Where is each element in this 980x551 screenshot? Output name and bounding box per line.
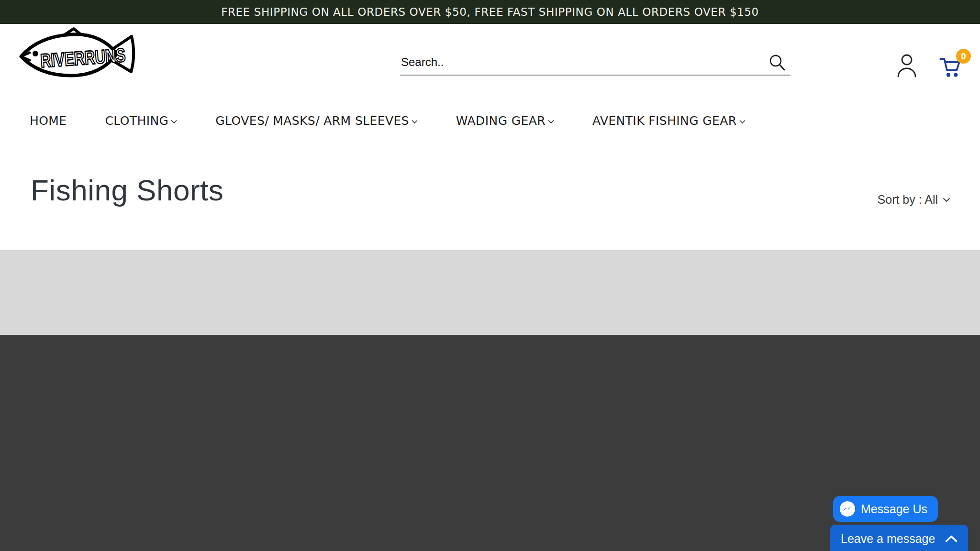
chevron-up-icon	[945, 535, 958, 542]
nav-item-home[interactable]: HOME	[30, 114, 67, 128]
chevron-down-icon	[171, 120, 177, 124]
cart-button[interactable]: 0	[939, 52, 972, 81]
chevron-down-icon	[943, 198, 950, 202]
page-title: Fishing Shorts	[31, 173, 223, 207]
leave-message-label: Leave a message	[841, 532, 935, 546]
main-navigation: HOMECLOTHINGGLOVES/ MASKS/ ARM SLEEVESWA…	[30, 114, 746, 128]
search-icon	[768, 54, 787, 73]
nav-item-clothing[interactable]: CLOTHING	[105, 114, 177, 128]
nav-item-gloves-masks-arm-sleeves[interactable]: GLOVES/ MASKS/ ARM SLEEVES	[215, 114, 418, 128]
nav-item-wading-gear[interactable]: WADING GEAR	[456, 114, 554, 128]
promo-banner: FREE SHIPPING ON ALL ORDERS OVER $50, FR…	[0, 0, 980, 24]
account-button[interactable]	[896, 53, 918, 78]
nav-item-label: WADING GEAR	[456, 114, 546, 128]
riverruns-category-page: FREE SHIPPING ON ALL ORDERS OVER $50, FR…	[0, 0, 980, 551]
promo-banner-text: FREE SHIPPING ON ALL ORDERS OVER $50, FR…	[221, 6, 759, 18]
messenger-icon	[839, 500, 856, 518]
nav-item-label: GLOVES/ MASKS/ ARM SLEEVES	[215, 114, 409, 128]
user-icon	[896, 53, 918, 78]
nav-item-label: HOME	[30, 114, 67, 128]
search-input[interactable]	[400, 53, 791, 76]
search-bar	[400, 53, 791, 80]
messenger-button-label: Message Us	[861, 502, 927, 516]
chevron-down-icon	[548, 120, 554, 124]
messenger-button[interactable]: Message Us	[833, 496, 938, 522]
sort-dropdown[interactable]: Sort by : All	[878, 193, 950, 207]
search-button[interactable]	[768, 54, 788, 74]
riverruns-logo[interactable]: RIVERRUNS	[13, 27, 140, 85]
chevron-down-icon	[739, 120, 746, 124]
chevron-down-icon	[412, 120, 418, 124]
leave-message-widget[interactable]: Leave a message	[830, 525, 968, 551]
nav-item-aventik-fishing-gear[interactable]: AVENTIK FISHING GEAR	[592, 114, 746, 128]
newsletter-section: SUBSCRIBE NEWSLETTER FOR UPDATES SUBSCRI…	[0, 250, 980, 335]
fish-logo-icon: RIVERRUNS	[13, 27, 140, 85]
footer: RIVERRUNSPro StaffPro AnglerKOL ACCELERA…	[0, 335, 980, 551]
cart-count-badge: 0	[956, 49, 971, 64]
sort-label: Sort by : All	[878, 193, 938, 207]
nav-item-label: AVENTIK FISHING GEAR	[592, 114, 737, 128]
nav-item-label: CLOTHING	[105, 114, 168, 128]
